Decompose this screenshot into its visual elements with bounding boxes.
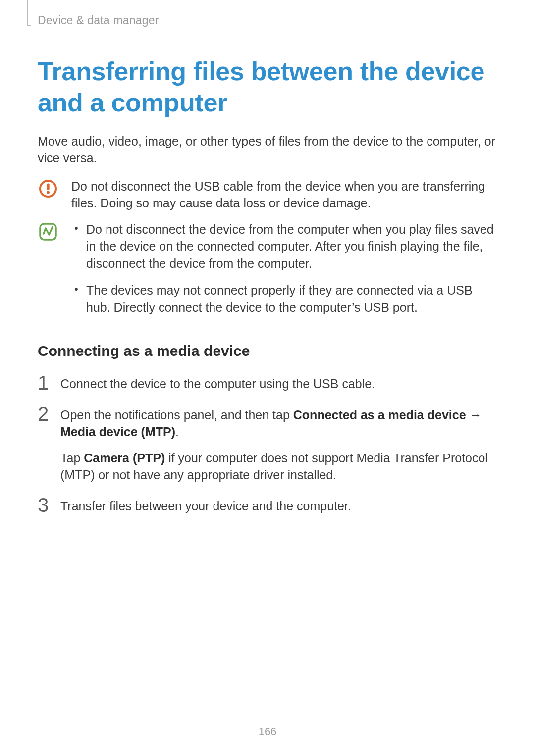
text-run: . [175,425,179,439]
step-number: 1 [38,374,52,392]
intro-paragraph: Move audio, video, image, or other types… [38,133,498,167]
info-bullet: The devices may not connect properly if … [71,282,498,316]
svg-rect-1 [47,183,49,190]
step-text: Transfer files between your device and t… [60,497,498,515]
step-number: 3 [38,497,52,514]
breadcrumb: Device & data manager [38,14,498,27]
info-note: Do not disconnect the device from the co… [38,221,498,326]
step-text: Open the notifications panel, and then t… [60,405,498,484]
bold-run: Connected as a media device [293,408,466,422]
step-text: Connect the device to the computer using… [60,374,498,393]
note-icon [38,222,58,243]
page-title: Transferring files between the device an… [38,56,498,119]
text-run: Open the notifications panel, and then t… [60,408,293,422]
caution-note: Do not disconnect the USB cable from the… [38,178,498,212]
step-number: 2 [38,405,52,423]
arrow-run: → [466,408,482,422]
info-bullet: Do not disconnect the device from the co… [71,221,498,272]
svg-point-2 [47,191,50,194]
manual-page: Device & data manager Transferring files… [0,0,535,756]
step-paragraph: Connect the device to the computer using… [60,375,498,393]
bold-run: Media device (MTP) [60,425,175,439]
step-paragraph: Transfer files between your device and t… [60,498,498,515]
step-2: 2 Open the notifications panel, and then… [38,405,498,484]
info-bullet-list: Do not disconnect the device from the co… [71,221,498,316]
caution-icon [38,179,58,200]
bold-run: Camera (PTP) [84,451,165,465]
info-text: Do not disconnect the device from the co… [71,221,498,326]
caution-text: Do not disconnect the USB cable from the… [71,178,498,212]
section-heading: Connecting as a media device [38,343,498,359]
page-corner-mark [27,0,28,26]
step-paragraph: Open the notifications panel, and then t… [60,406,498,441]
step-3: 3 Transfer files between your device and… [38,497,498,515]
text-run: Tap [60,451,84,465]
page-number: 166 [0,725,535,738]
step-paragraph: Tap Camera (PTP) if your computer does n… [60,450,498,484]
step-1: 1 Connect the device to the computer usi… [38,374,498,393]
